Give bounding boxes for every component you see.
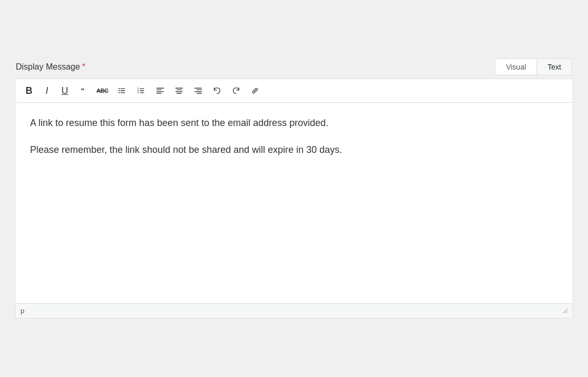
svg-rect-0	[121, 89, 125, 89]
svg-rect-7	[140, 90, 144, 91]
svg-rect-18	[175, 91, 183, 92]
bold-button[interactable]: B	[22, 83, 36, 98]
unordered-list-button[interactable]	[114, 83, 130, 98]
editor-container: B I U “ ABC	[15, 79, 573, 318]
field-label-row: Display Message* Visual Text	[15, 59, 573, 75]
content-paragraph-2: Please remember, the link should not be …	[30, 142, 558, 158]
svg-rect-14	[156, 91, 164, 92]
underline-button[interactable]: U	[57, 83, 72, 98]
svg-rect-21	[197, 90, 202, 90]
svg-point-5	[119, 92, 120, 93]
svg-line-25	[565, 311, 567, 313]
undo-button[interactable]	[209, 83, 225, 98]
svg-line-24	[563, 309, 567, 313]
svg-rect-17	[177, 90, 182, 90]
svg-rect-22	[194, 91, 202, 92]
italic-button[interactable]: I	[40, 83, 54, 98]
svg-rect-15	[156, 93, 162, 93]
blockquote-button[interactable]: “	[75, 83, 90, 98]
editor-footer: p	[15, 303, 573, 318]
content-paragraph-1: A link to resume this form has been sent…	[30, 115, 558, 131]
link-button[interactable]	[247, 83, 263, 98]
current-tag: p	[21, 307, 24, 315]
redo-icon	[231, 86, 241, 95]
align-left-icon	[155, 86, 165, 95]
svg-rect-12	[156, 88, 164, 89]
align-center-button[interactable]	[171, 83, 187, 98]
resize-handle[interactable]	[561, 307, 567, 315]
ordered-list-icon: 1 2 3	[136, 86, 146, 95]
svg-rect-16	[175, 88, 183, 89]
align-left-button[interactable]	[152, 83, 168, 98]
svg-text:3: 3	[138, 91, 139, 94]
svg-rect-13	[156, 90, 162, 90]
toolbar: B I U “ ABC	[15, 79, 573, 103]
svg-rect-8	[140, 92, 144, 93]
svg-point-3	[119, 88, 120, 89]
svg-point-4	[119, 90, 120, 91]
field-label: Display Message*	[16, 62, 85, 72]
visual-tab[interactable]: Visual	[495, 59, 537, 75]
align-right-button[interactable]	[190, 83, 206, 98]
svg-rect-20	[194, 88, 202, 89]
required-star: *	[82, 62, 85, 71]
svg-rect-6	[140, 89, 144, 89]
svg-rect-1	[121, 90, 125, 91]
svg-rect-23	[197, 93, 202, 93]
text-tab[interactable]: Text	[537, 59, 572, 75]
undo-icon	[212, 86, 222, 95]
strikethrough-button[interactable]: ABC	[93, 83, 111, 98]
field-label-text: Display Message	[16, 62, 80, 71]
align-right-icon	[193, 86, 203, 95]
view-tabs: Visual Text	[495, 59, 572, 75]
ordered-list-button[interactable]: 1 2 3	[133, 83, 149, 98]
redo-button[interactable]	[228, 83, 244, 98]
unordered-list-icon	[117, 86, 127, 95]
editor-content[interactable]: A link to resume this form has been sent…	[15, 103, 573, 303]
link-icon	[250, 86, 260, 95]
align-center-icon	[174, 86, 184, 95]
svg-rect-2	[121, 92, 125, 93]
svg-rect-19	[177, 93, 182, 93]
